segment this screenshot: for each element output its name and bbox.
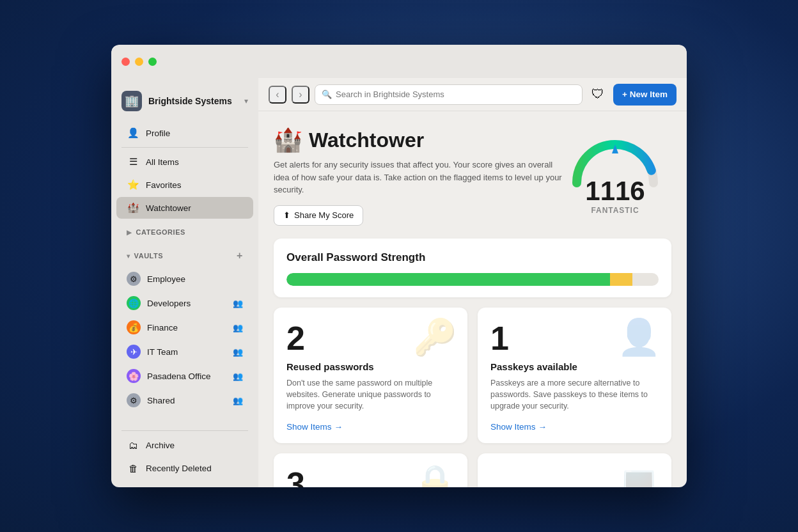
search-icon: 🔍: [322, 90, 332, 99]
sidebar-favorites-label: Favorites: [146, 180, 182, 190]
password-strength-bar: [286, 273, 659, 286]
forward-button[interactable]: ›: [292, 86, 309, 104]
share-score-label: Share My Score: [294, 210, 354, 220]
vault-item-finance[interactable]: 💰 Finance 👥: [116, 316, 253, 339]
search-input[interactable]: [336, 90, 575, 99]
employee-vault-label: Employee: [147, 274, 243, 284]
reused-passwords-card: 🔑 2 Reused passwords Don't use the same …: [274, 308, 467, 443]
share-icon: ⬆: [283, 210, 290, 220]
sidebar-divider-2: [121, 430, 248, 431]
all-items-icon: ☰: [127, 155, 139, 168]
developers-vault-label: Developers: [147, 299, 230, 308]
pasadena-vault-label: Pasadena Office: [147, 372, 230, 381]
archive-icon: 🗂: [127, 439, 139, 451]
vault-item-it-team[interactable]: ✈ IT Team 👥: [116, 340, 253, 363]
watchtower-tower-icon: 🏰: [274, 127, 302, 153]
watchtower-title-area: 🏰 Watchtower Get alerts for any security…: [274, 127, 564, 226]
sidebar-item-all-items[interactable]: ☰ All Items: [116, 151, 253, 173]
vault-chevron-icon: ▾: [244, 97, 248, 106]
shared-vault-label: Shared: [147, 396, 230, 405]
twofa-bg-icon: 🔒: [413, 462, 457, 487]
reused-show-label: Show Items: [286, 422, 332, 432]
developers-vault-icon: 🌐: [127, 296, 141, 310]
toolbar: ‹ › 🔍 🛡 + New Item: [258, 78, 687, 111]
sidebar-item-profile[interactable]: 👤 Profile: [116, 122, 253, 144]
vault-name: Brightside Systems: [148, 96, 244, 106]
pasadena-shared-icon: 👥: [233, 372, 243, 381]
watchtower-icon: 🏰: [127, 201, 139, 214]
vault-selector[interactable]: 🏢 Brightside Systems ▾: [111, 86, 258, 116]
reused-passwords-show-items[interactable]: Show Items →: [286, 422, 455, 432]
watchtower-description: Get alerts for any security issues that …: [274, 159, 564, 196]
watchtower-alert-icon[interactable]: 🛡: [588, 84, 608, 105]
vault-icon: 🏢: [121, 91, 142, 111]
recently-deleted-icon: 🗑: [127, 462, 139, 474]
passkeys-card: 👤 1 Passkeys available Passkeys are a mo…: [478, 308, 671, 443]
shared-shared-icon: 👥: [233, 396, 243, 405]
new-item-label: + New Item: [622, 90, 668, 99]
score-gauge: 1116 FANTASTIC: [564, 127, 666, 215]
vault-item-employee[interactable]: ⚙ Employee: [116, 267, 253, 290]
passkeys-show-label: Show Items: [490, 422, 536, 432]
back-button[interactable]: ‹: [269, 86, 286, 104]
vault-item-shared[interactable]: ⚙ Shared 👥: [116, 389, 253, 412]
sidebar-all-items-label: All Items: [146, 157, 179, 167]
sidebar-watchtower-label: Watchtower: [146, 203, 191, 213]
vault-item-pasadena[interactable]: 🌸 Pasadena Office 👥: [116, 364, 253, 387]
categories-chevron-icon: ▶: [127, 229, 132, 236]
content-area: ‹ › 🔍 🛡 + New Item 🏰 W: [258, 78, 687, 487]
vault-item-developers[interactable]: 🌐 Developers 👥: [116, 292, 253, 315]
minimize-button[interactable]: [135, 58, 143, 66]
security-cards-grid: 🔑 2 Reused passwords Don't use the same …: [274, 308, 671, 488]
passkeys-show-items[interactable]: Show Items →: [490, 422, 659, 432]
app-window: 🏢 Brightside Systems ▾ 👤 Profile ☰ All I…: [111, 45, 687, 487]
it-team-shared-icon: 👥: [233, 347, 243, 357]
passkeys-title: Passkeys available: [490, 361, 659, 372]
search-bar[interactable]: 🔍: [315, 84, 583, 105]
dev-credentials-bg-icon: 💻: [617, 462, 661, 487]
pasadena-vault-icon: 🌸: [127, 369, 141, 383]
finance-vault-label: Finance: [147, 323, 230, 332]
vaults-label: VAULTS: [134, 252, 164, 260]
score-number: 1116: [585, 178, 645, 205]
dev-credentials-card: 💻 Developer credentials on disk: [478, 453, 671, 487]
sidebar-item-favorites[interactable]: ⭐ Favorites: [116, 174, 253, 196]
ps-bar-rest: [632, 273, 659, 286]
close-button[interactable]: [121, 58, 130, 66]
main-layout: 🏢 Brightside Systems ▾ 👤 Profile ☰ All I…: [111, 78, 687, 487]
it-team-vault-icon: ✈: [127, 345, 141, 359]
password-strength-card: Overall Password Strength: [274, 239, 671, 297]
categories-label: CATEGORIES: [136, 228, 185, 236]
vaults-header: ▾ VAULTS +: [116, 246, 253, 265]
developers-shared-icon: 👥: [233, 299, 243, 308]
content-body: 🏰 Watchtower Get alerts for any security…: [258, 111, 687, 487]
employee-vault-icon: ⚙: [127, 272, 141, 286]
maximize-button[interactable]: [148, 58, 157, 66]
passkeys-arrow-icon: →: [538, 422, 547, 432]
finance-vault-icon: 💰: [127, 320, 141, 334]
reused-passwords-title: Reused passwords: [286, 361, 455, 372]
sidebar: 🏢 Brightside Systems ▾ 👤 Profile ☰ All I…: [111, 78, 258, 487]
reused-arrow-icon: →: [334, 422, 343, 432]
watchtower-title-text: Watchtower: [309, 129, 424, 152]
share-score-button[interactable]: ⬆ Share My Score: [274, 205, 363, 226]
watchtower-title-row: 🏰 Watchtower: [274, 127, 564, 153]
reused-passwords-bg-icon: 🔑: [413, 317, 457, 358]
finance-shared-icon: 👥: [233, 323, 243, 332]
traffic-lights: [121, 58, 157, 66]
passkeys-bg-icon: 👤: [617, 317, 661, 358]
sidebar-item-recently-deleted[interactable]: 🗑 Recently Deleted: [116, 457, 253, 479]
passkeys-desc: Passkeys are a more secure alternative t…: [490, 377, 659, 412]
categories-header[interactable]: ▶ CATEGORIES: [116, 224, 253, 240]
new-item-button[interactable]: + New Item: [613, 84, 677, 106]
add-vault-button[interactable]: +: [237, 250, 243, 262]
titlebar: [111, 45, 687, 78]
ps-bar-yellow: [610, 273, 632, 286]
sidebar-item-archive[interactable]: 🗂 Archive: [116, 434, 253, 456]
score-rating: FANTASTIC: [591, 206, 639, 215]
sidebar-profile-label: Profile: [146, 129, 170, 138]
sidebar-item-watchtower[interactable]: 🏰 Watchtower: [116, 197, 253, 219]
shared-vault-icon: ⚙: [127, 393, 141, 407]
it-team-vault-label: IT Team: [147, 347, 230, 357]
password-strength-title: Overall Password Strength: [286, 251, 659, 264]
